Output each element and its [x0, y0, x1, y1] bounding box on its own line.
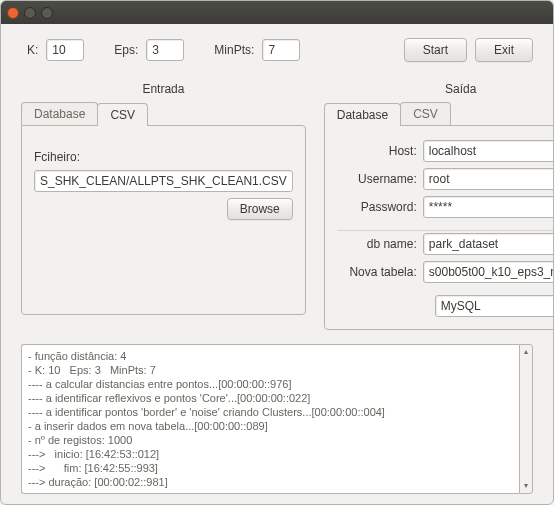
log-scrollbar[interactable]: ▴ ▾: [519, 344, 533, 494]
titlebar: [1, 1, 553, 24]
input-panel-title: Entrada: [21, 82, 306, 96]
newtable-label: Nova tabela:: [337, 265, 417, 279]
app-window: K: Eps: MinPts: Start Exit Entrada Datab…: [0, 0, 554, 505]
k-input[interactable]: [46, 39, 84, 61]
parameters-row: K: Eps: MinPts: Start Exit: [21, 34, 533, 68]
input-panel: Entrada Database CSV Fciheiro: S_SHK_CLE…: [21, 82, 306, 330]
output-tab-body: Host: Username: Password: db name:: [324, 125, 554, 330]
host-label: Host:: [337, 144, 417, 158]
io-panels: Entrada Database CSV Fciheiro: S_SHK_CLE…: [21, 82, 533, 330]
newtable-input[interactable]: [423, 261, 554, 283]
window-close-icon[interactable]: [7, 7, 19, 19]
start-button[interactable]: Start: [404, 38, 467, 62]
log-area: - função distância: 4 - K: 10 Eps: 3 Min…: [21, 344, 533, 494]
file-path-field[interactable]: S_SHK_CLEAN/ALLPTS_SHK_CLEAN1.CSV: [34, 170, 293, 192]
scroll-down-icon[interactable]: ▾: [521, 481, 531, 491]
driver-select-wrap: MySQL: [435, 295, 554, 317]
password-label: Password:: [337, 200, 417, 214]
input-tabbar: Database CSV: [21, 102, 306, 125]
file-label: Fciheiro:: [34, 150, 293, 164]
password-input[interactable]: [423, 196, 554, 218]
k-label: K:: [27, 43, 38, 57]
username-input[interactable]: [423, 168, 554, 190]
username-label: Username:: [337, 172, 417, 186]
input-tab-csv[interactable]: CSV: [97, 103, 148, 126]
eps-input[interactable]: [146, 39, 184, 61]
divider: [337, 230, 554, 231]
output-panel-title: Saída: [324, 82, 554, 96]
minpts-label: MinPts:: [214, 43, 254, 57]
window-maximize-icon[interactable]: [41, 7, 53, 19]
output-tab-csv[interactable]: CSV: [400, 102, 451, 125]
exit-button[interactable]: Exit: [475, 38, 533, 62]
output-tab-database[interactable]: Database: [324, 103, 401, 126]
content-area: K: Eps: MinPts: Start Exit Entrada Datab…: [1, 24, 553, 504]
scroll-up-icon[interactable]: ▴: [521, 347, 531, 357]
output-panel: Saída Database CSV Host: Username: P: [324, 82, 554, 330]
output-tabbar: Database CSV: [324, 102, 554, 125]
window-minimize-icon[interactable]: [24, 7, 36, 19]
dbname-label: db name:: [337, 237, 417, 251]
input-tab-database[interactable]: Database: [21, 102, 98, 125]
eps-label: Eps:: [114, 43, 138, 57]
driver-select[interactable]: MySQL: [435, 295, 554, 317]
dbname-input[interactable]: [423, 233, 554, 255]
host-input[interactable]: [423, 140, 554, 162]
input-tab-body: Fciheiro: S_SHK_CLEAN/ALLPTS_SHK_CLEAN1.…: [21, 125, 306, 315]
log-textarea[interactable]: - função distância: 4 - K: 10 Eps: 3 Min…: [21, 344, 519, 494]
minpts-input[interactable]: [262, 39, 300, 61]
browse-button[interactable]: Browse: [227, 198, 293, 220]
